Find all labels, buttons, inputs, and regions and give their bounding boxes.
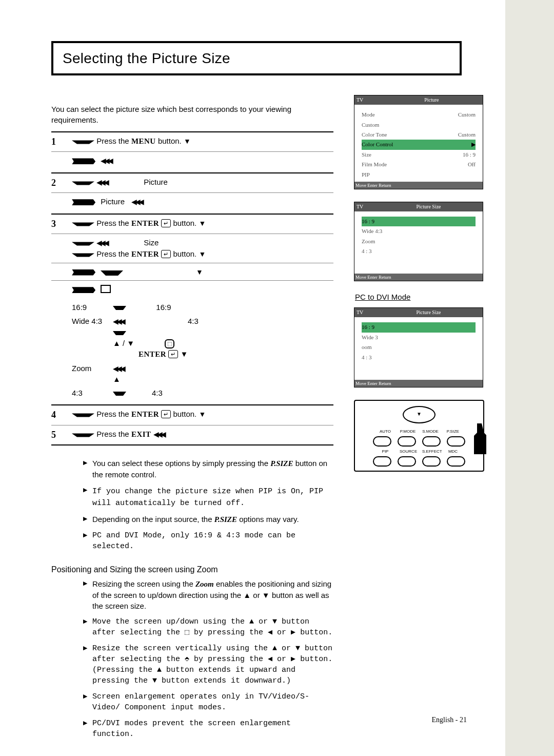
notes-block-b: ▶Resizing the screen using the Zoom enab… [83,578,333,740]
remote-button[interactable] [398,456,416,467]
option-text: 16:9 [113,302,298,313]
mode-label: PC to DVI Mode [355,292,508,302]
result-icon [72,269,95,276]
press-icon [72,222,94,226]
arrow-icon [153,430,164,440]
menu-key: MENU [131,137,156,145]
result-arrow-icon [101,156,111,166]
bullet-icon: ▶ [83,718,92,740]
bullet-icon: ▶ [83,458,92,480]
option-key: Wide 4:3 [72,316,113,326]
dpad-icon [403,406,436,423]
bullet-icon: ▶ [83,514,92,525]
page-footer: English - 21 [432,715,467,725]
remote-button[interactable] [447,456,465,467]
page-title: Selecting the Picture Size [51,41,462,75]
step-number: 3 [51,218,70,230]
step-number: 2 [51,177,70,189]
step-2: 2 Picture Picture [51,172,333,214]
step-number: 5 [51,429,70,441]
option-text: ▲ [113,363,298,385]
exit-key: EXIT [131,430,151,438]
remote-button[interactable] [373,436,391,447]
press-icon [72,253,94,257]
enter-icon [161,219,171,227]
option-key: Zoom [72,363,113,374]
step-3: 3 Press the ENTER button. ▼ Size [51,214,333,405]
remote-button[interactable] [398,436,416,447]
remote-button[interactable] [422,436,441,447]
note-text: PC and DVI Mode, only 16:9 & 4:3 mode ca… [92,530,333,552]
step-number: 4 [51,409,70,421]
down-icon [184,137,189,147]
bullet-icon: ▶ [83,616,92,638]
enter-icon [161,410,171,418]
osd-panel-size-pcdvi: TVPicture Size 16 : 9 Wide 3 oom 4 : 3 M… [354,307,483,387]
note-text: Resizing the screen using the Zoom enabl… [92,578,333,611]
option-text: 4:3▲ / ▼ ⬚ ENTER ▼ [113,316,298,360]
result-icon [72,199,95,205]
option-key: 4:3 [72,387,113,398]
enter-icon [161,250,171,258]
enter-key: ENTER [131,219,159,227]
remote-button-psize[interactable] [447,436,465,447]
note-text: You can select these options by simply p… [92,458,333,480]
step-4: 4 Press the ENTER button. ▼ 5 Press the … [51,404,333,445]
remote-button[interactable] [373,456,391,467]
press-icon [101,270,123,276]
remote-button[interactable] [422,456,441,467]
osd-panel-picture: TVPicture ModeCustom Custom Color ToneCu… [354,95,483,189]
press-icon [72,181,94,185]
step-1: 1 Press the MENU button. [51,131,333,172]
result-icon [72,287,95,293]
result-arrow-icon [131,197,142,207]
press-icon [72,433,94,437]
note-text: Depending on the input source, the P.SIZ… [92,514,333,525]
notes-block-a: ▶You can select these options by simply … [83,458,333,552]
intro-text: You can select the picture size which be… [51,104,318,125]
display-icon [101,285,111,293]
press-icon [72,242,94,245]
result-icon [72,158,95,164]
remote-control: AUTO P.MODE S.MODE P.SIZE PIP SOURCE S.E… [354,400,484,472]
press-icon [72,141,94,144]
note-text: If you change the picture size when PIP … [92,485,333,509]
press-icon [72,414,94,417]
bullet-icon: ▶ [83,578,92,611]
enter-key: ENTER [131,410,159,418]
option-text: 4:3 [113,387,298,398]
note-text: Move the screen up/down using the ▲ or ▼… [92,616,333,638]
bullet-icon: ▶ [83,530,92,552]
bullet-icon: ▶ [83,643,92,686]
bullet-icon: ▶ [83,485,92,509]
enter-key: ENTER [131,250,159,258]
bullet-icon: ▶ [83,691,92,713]
osd-panel-size: TVPicture Size 16 : 9 Wide 4:3 Zoom 4 : … [354,202,483,282]
note-text: PC/DVI modes prevent the screen enlargem… [92,718,333,740]
step-number: 1 [51,135,70,148]
arrow-icon [96,178,107,188]
note-text: Screen enlargement operates only in TV/V… [92,691,333,713]
option-key: 16:9 [72,302,113,313]
note-text: Resize the screen vertically using the ▲… [92,643,333,686]
zoom-subhead: Positioning and Sizing the screen using … [51,564,333,575]
arrow-icon [96,238,107,248]
